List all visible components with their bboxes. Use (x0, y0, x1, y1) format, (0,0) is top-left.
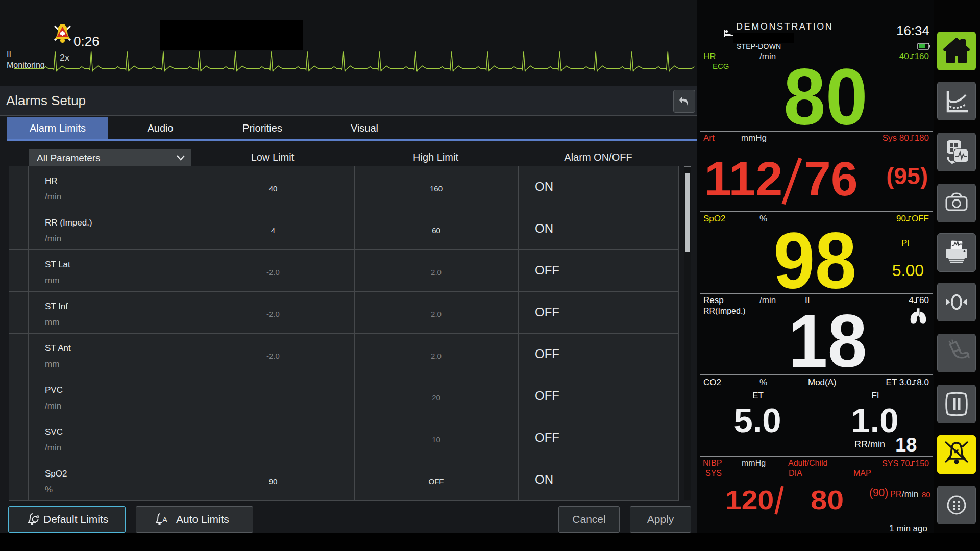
svg-text:A: A (162, 515, 167, 524)
